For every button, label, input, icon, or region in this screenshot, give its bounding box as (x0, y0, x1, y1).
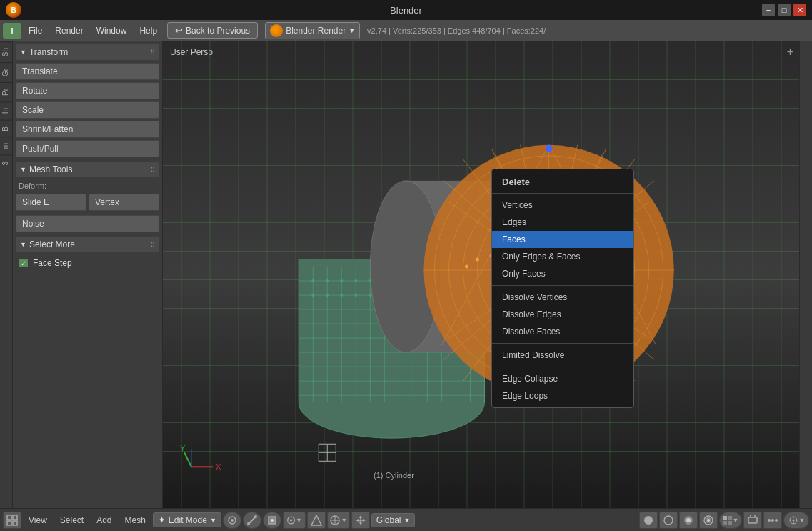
mesh-menu-button[interactable]: Mesh (119, 513, 151, 527)
scene-background: X Y User Persp + (1) Cylinder Delete (163, 41, 799, 508)
ctx-dissolve-faces[interactable]: Dissolve Faces (492, 323, 633, 340)
svg-text:Y: Y (180, 444, 186, 452)
ctx-edge-loops[interactable]: Edge Loops (492, 387, 633, 405)
tab-b[interactable]: B (0, 120, 12, 137)
edge-mode-button[interactable] (243, 512, 261, 529)
object-label: (1) Cylinder (374, 471, 414, 480)
rotate-button[interactable]: Rotate (16, 82, 159, 99)
ctx-only-edges-faces[interactable]: Only Edges & Faces (492, 248, 633, 265)
ctx-edge-collapse[interactable]: Edge Collapse (492, 370, 633, 387)
viewport-label: User Persp (170, 47, 213, 57)
transform-icon-button[interactable] (351, 512, 370, 529)
select-menu-button[interactable]: Select (54, 513, 89, 527)
view-menu-button[interactable]: View (23, 513, 53, 527)
minimize-button[interactable]: − (762, 4, 775, 16)
svg-point-148 (768, 519, 771, 522)
svg-point-152 (792, 519, 794, 521)
tab-pr[interactable]: Pr (0, 82, 12, 101)
svg-rect-143 (723, 521, 727, 525)
push-pull-button[interactable]: Push/Pull (16, 140, 159, 157)
texture-mode-button[interactable] (679, 512, 698, 529)
select-more-section-header[interactable]: ▼ Select More ⠿ (16, 237, 159, 252)
ctx-edges[interactable]: Edges (492, 214, 633, 231)
status-text: v2.74 | Verts:225/353 | Edges:448/704 | … (367, 26, 546, 35)
viewport-icon-button[interactable] (3, 512, 21, 529)
tab-in[interactable]: In (0, 101, 12, 119)
vertex-button[interactable]: Vertex (89, 194, 159, 211)
solid-mode-button[interactable] (639, 512, 658, 529)
triangle-icon: ▼ (20, 49, 26, 56)
info-button[interactable]: i (3, 23, 21, 39)
ctx-only-faces[interactable]: Only Faces (492, 265, 633, 282)
context-menu: Delete Vertices Edges Faces Only Edges &… (491, 169, 634, 408)
ctx-dissolve-edges[interactable]: Dissolve Edges (492, 306, 633, 323)
extras-button[interactable] (763, 512, 782, 529)
menu-file[interactable]: File (23, 24, 48, 38)
context-menu-header: Delete (492, 172, 633, 194)
menu-window[interactable]: Window (91, 24, 133, 38)
tab-m[interactable]: m (0, 137, 12, 154)
svg-point-26 (326, 279, 329, 282)
snap-button[interactable] (307, 512, 326, 529)
close-button[interactable]: ✕ (793, 4, 806, 16)
tab-gr[interactable]: Gr (0, 62, 12, 82)
select-more-section-label: Select More (29, 239, 75, 249)
snap-options-button[interactable]: ▼ (327, 512, 350, 529)
svg-point-135 (664, 516, 673, 525)
svg-rect-141 (723, 516, 727, 520)
svg-point-140 (707, 519, 710, 522)
deform-buttons-row: Slide E Vertex (16, 194, 159, 213)
mesh-tools-section-header[interactable]: ▼ Mesh Tools ⠿ (16, 162, 159, 177)
shrink-fatten-button[interactable]: Shrink/Fatten (16, 121, 159, 138)
proportional-edit-button[interactable]: ▼ (283, 512, 306, 529)
left-panel: ▼ Transform ⠿ Translate Rotate Scale Shr… (13, 41, 163, 508)
menu-render[interactable]: Render (49, 24, 89, 38)
svg-point-134 (644, 516, 653, 525)
orientation-selector[interactable]: Global ▼ (371, 513, 416, 527)
tab-sh[interactable]: Sh (0, 41, 12, 62)
blender-logo-icon (270, 24, 283, 37)
menu-help[interactable]: Help (134, 24, 163, 38)
deform-label: Deform: (16, 180, 159, 192)
face-mode-button[interactable] (263, 512, 281, 529)
svg-marker-126 (311, 515, 321, 525)
viewport[interactable]: X Y User Persp + (1) Cylinder Delete (163, 41, 799, 508)
drag-handle-icon-select: ⠿ (150, 241, 155, 249)
translate-button[interactable]: Translate (16, 63, 159, 80)
render-engine-selector[interactable]: Blender Render ▼ (265, 22, 360, 39)
svg-marker-131 (359, 522, 362, 525)
vertex-mode-button[interactable] (223, 512, 241, 529)
scale-button[interactable]: Scale (16, 101, 159, 119)
face-step-checkbox[interactable]: ✓ (19, 258, 29, 268)
view-pivot-button[interactable]: ▼ (783, 512, 809, 529)
viewport-options-button[interactable]: ▼ (719, 512, 742, 529)
chevron-down-icon: ▼ (349, 27, 355, 34)
transform-section-header[interactable]: ▼ Transform ⠿ (16, 44, 159, 60)
ctx-faces[interactable]: Faces (492, 231, 633, 248)
add-menu-button[interactable]: Add (91, 513, 117, 527)
svg-point-38 (326, 294, 329, 297)
ctx-separator-3 (492, 367, 633, 367)
svg-rect-116 (13, 521, 17, 525)
maximize-button[interactable]: □ (778, 4, 791, 16)
svg-rect-144 (728, 521, 732, 525)
wire-mode-button[interactable] (659, 512, 678, 529)
tab-3[interactable]: 3 (0, 155, 12, 172)
edit-mode-selector[interactable]: ✦ Edit Mode ▼ (153, 512, 221, 527)
ctx-vertices[interactable]: Vertices (492, 197, 633, 214)
svg-marker-133 (363, 519, 366, 522)
face-step-label: Face Step (33, 258, 72, 268)
ctx-limited-dissolve[interactable]: Limited Dissolve (492, 347, 633, 364)
render-preview-button[interactable] (699, 512, 718, 529)
slide-e-button[interactable]: Slide E (16, 194, 86, 211)
svg-point-125 (290, 519, 292, 521)
noise-button[interactable]: Noise (16, 215, 159, 232)
ctx-separator-2 (492, 343, 633, 344)
orientation-label: Global (376, 515, 401, 525)
back-to-previous-button[interactable]: ↩ Back to Previous (167, 22, 258, 39)
transform-section-label: Transform (29, 47, 68, 57)
ctx-dissolve-vertices[interactable]: Dissolve Vertices (492, 289, 633, 306)
viewport-add-icon[interactable]: + (787, 46, 793, 59)
clip-button[interactable] (743, 512, 762, 529)
svg-point-121 (254, 515, 257, 518)
